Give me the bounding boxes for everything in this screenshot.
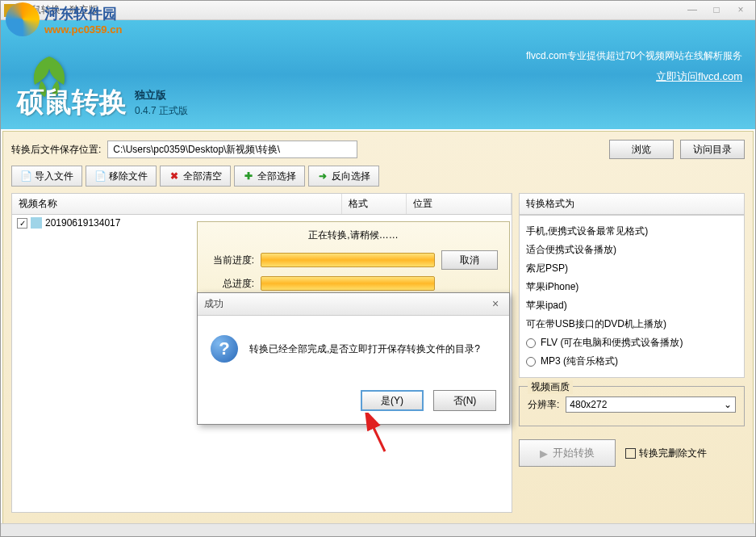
start-convert-button[interactable]: ▶开始转换 [519, 439, 616, 467]
minimize-button[interactable]: — [681, 3, 704, 18]
checkbox-icon [625, 448, 636, 459]
app-title: 硕鼠转换 [17, 84, 127, 121]
format-option[interactable]: 适合便携式设备播放) [526, 241, 737, 259]
svg-line-0 [369, 417, 385, 451]
dialog-title: 成功 [204, 297, 488, 311]
current-progress-label: 当前进度: [209, 254, 254, 267]
remove-button[interactable]: 📄移除文件 [86, 166, 157, 187]
total-progress-bar [261, 276, 435, 291]
radio-icon [526, 357, 536, 367]
browse-button[interactable]: 浏览 [609, 140, 674, 159]
format-header: 转换格式为 [519, 193, 745, 215]
app-version: 0.4.7 正式版 [135, 104, 188, 118]
video-file-icon [31, 217, 42, 229]
remove-icon: 📄 [94, 170, 106, 182]
clear-button[interactable]: ✖全部清空 [160, 166, 231, 187]
yes-button[interactable]: 是(Y) [361, 390, 424, 411]
column-format[interactable]: 格式 [342, 194, 407, 214]
play-icon: ▶ [540, 447, 548, 459]
close-button[interactable]: × [729, 3, 752, 18]
total-progress-label: 总进度: [209, 277, 254, 291]
format-option[interactable]: 可在带USB接口的DVD机上播放) [526, 315, 737, 334]
header-banner: flvcd.com专业提供超过70个视频网站在线解析服务 立即访问flvcd.c… [1, 20, 755, 129]
resolution-select[interactable]: 480x272⌄ [566, 396, 736, 413]
format-option[interactable]: 索尼PSP) [526, 259, 737, 278]
progress-dialog: 正在转换,请稍候…… 当前进度: 取消 总进度: [197, 221, 510, 294]
output-path-input[interactable] [107, 141, 357, 158]
format-option-flv[interactable]: FLV (可在电脑和便携式设备播放) [526, 334, 737, 352]
watermark-name: 河东软件园 [44, 4, 122, 23]
promo-text: flvcd.com专业提供超过70个视频网站在线解析服务 [14, 49, 742, 63]
statusbar [1, 523, 755, 536]
radio-icon [526, 338, 536, 348]
quality-legend: 视频画质 [528, 380, 573, 394]
app-edition: 独立版 [135, 88, 188, 103]
dialog-close-button[interactable]: × [488, 297, 503, 312]
promo-link[interactable]: 立即访问flvcd.com [14, 69, 742, 84]
format-panel: 转换格式为 手机,便携式设备最常见格式) 适合便携式设备播放) 索尼PSP) 苹… [519, 193, 745, 513]
watermark-logo-icon [6, 2, 40, 36]
maximize-button[interactable]: □ [705, 3, 728, 18]
watermark: 河东软件园 www.pc0359.cn [6, 2, 122, 36]
clear-icon: ✖ [169, 170, 180, 182]
row-checkbox[interactable]: ✓ [17, 218, 27, 229]
cancel-button[interactable]: 取消 [441, 250, 498, 270]
file-name: 20190619134017 [45, 217, 120, 229]
format-option[interactable]: 苹果iPhone) [526, 278, 737, 296]
arrow-right-icon: ➜ [317, 170, 328, 182]
path-label: 转换后文件保存位置: [11, 143, 101, 157]
path-row: 转换后文件保存位置: 浏览 访问目录 [11, 140, 745, 159]
format-option[interactable]: 苹果ipad) [526, 296, 737, 315]
format-option[interactable]: 手机,便携式设备最常见格式) [526, 222, 737, 241]
dialog-titlebar: 成功 × [198, 293, 509, 316]
import-icon: 📄 [20, 170, 31, 182]
plus-icon: ✚ [243, 170, 254, 182]
watermark-url: www.pc0359.cn [44, 23, 122, 36]
column-location[interactable]: 位置 [407, 194, 512, 214]
select-all-button[interactable]: ✚全部选择 [234, 166, 305, 187]
visit-folder-button[interactable]: 访问目录 [680, 140, 745, 159]
delete-after-checkbox[interactable]: 转换完删除文件 [625, 447, 707, 460]
pointer-arrow-icon [362, 413, 395, 453]
resolution-label: 分辨率: [528, 398, 559, 412]
success-dialog: 成功 × ? 转换已经全部完成,是否立即打开保存转换文件的目录? 是(Y) 否(… [197, 292, 510, 425]
no-button[interactable]: 否(N) [433, 390, 496, 411]
chevron-down-icon: ⌄ [724, 399, 732, 410]
current-progress-bar [261, 253, 435, 267]
format-option-mp3[interactable]: MP3 (纯音乐格式) [526, 352, 737, 371]
column-name[interactable]: 视频名称 [12, 194, 342, 214]
question-icon: ? [211, 335, 238, 363]
dialog-message: 转换已经全部完成,是否立即打开保存转换文件的目录? [249, 342, 480, 356]
format-options: 手机,便携式设备最常见格式) 适合便携式设备播放) 索尼PSP) 苹果iPhon… [519, 215, 745, 378]
invert-button[interactable]: ➜反向选择 [308, 166, 379, 187]
app-window: 硕鼠转换 - 独立版 — □ × 河东软件园 www.pc0359.cn flv… [0, 0, 756, 537]
progress-title: 正在转换,请稍候…… [209, 229, 498, 242]
quality-group: 视频画质 分辨率: 480x272⌄ [519, 386, 745, 426]
toolbar: 📄导入文件 📄移除文件 ✖全部清空 ✚全部选择 ➜反向选择 [11, 166, 745, 187]
import-button[interactable]: 📄导入文件 [11, 166, 82, 187]
